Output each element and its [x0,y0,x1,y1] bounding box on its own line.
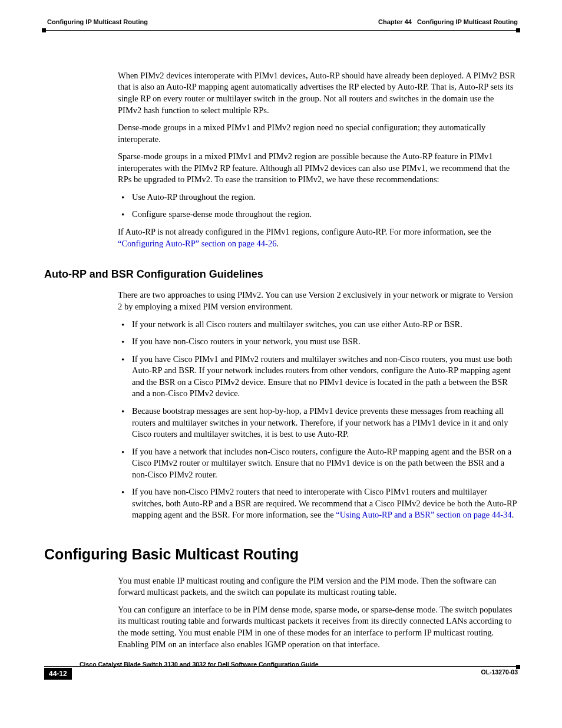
heading-auto-rp-bsr-guidelines: Auto-RP and BSR Configuration Guidelines [44,267,518,281]
paragraph: Dense-mode groups in a mixed PIMv1 and P… [118,122,518,145]
paragraph: You must enable IP multicast routing and… [118,575,518,598]
list-item: Because bootstrap messages are sent hop-… [118,406,518,440]
paragraph: There are two approaches to using PIMv2.… [118,289,518,312]
list-item: Use Auto-RP throughout the region. [118,192,518,203]
paragraph: Sparse-mode groups in a mixed PIMv1 and … [118,151,518,186]
list-item: If you have Cisco PIMv1 and PIMv2 router… [118,354,518,400]
list-item: If your network is all Cisco routers and… [118,319,518,331]
list-item: If you have non-Cisco PIMv2 routers that… [118,486,518,521]
text-run: . [512,510,514,519]
cross-reference-link[interactable]: “Configuring Auto-RP” section on page 44… [118,239,276,248]
footer-guide-title: Cisco Catalyst Blade Switch 3130 and 303… [80,660,319,668]
bullet-list: Use Auto-RP throughout the region. Confi… [118,192,518,220]
heading-configuring-basic-multicast-routing: Configuring Basic Multicast Routing [44,545,518,565]
running-header: Configuring IP Multicast Routing Chapter… [44,18,518,27]
page-number: 44-12 [44,668,72,680]
header-chapter: Chapter 44 Configuring IP Multicast Rout… [378,18,518,27]
chapter-label: Chapter 44 [378,18,412,25]
list-item: If you have a network that includes non-… [118,446,518,481]
page-footer: Cisco Catalyst Blade Switch 3130 and 303… [44,657,518,680]
bullet-list: If your network is all Cisco routers and… [118,319,518,521]
paragraph: You can configure an interface to be in … [118,604,518,650]
rule-endcap-icon [516,665,520,669]
body-content: When PIMv2 devices interoperate with PIM… [118,70,518,249]
text-run: If Auto-RP is not already configured in … [118,227,491,236]
body-content: You must enable IP multicast routing and… [118,575,518,650]
document-number: OL-13270-03 [481,668,518,676]
header-rule [44,30,518,35]
rule-endcap-icon [42,28,46,32]
chapter-title: Configuring IP Multicast Routing [417,18,518,25]
list-item: Configure sparse-dense mode throughout t… [118,209,518,220]
header-section: Configuring IP Multicast Routing [44,18,148,27]
cross-reference-link[interactable]: “Using Auto-RP and a BSR” section on pag… [336,510,511,519]
rule-endcap-icon [516,28,520,32]
page: Configuring IP Multicast Routing Chapter… [0,0,562,691]
paragraph: When PIMv2 devices interoperate with PIM… [118,70,518,116]
body-content: There are two approaches to using PIMv2.… [118,289,518,521]
text-run: . [276,239,279,248]
paragraph: If Auto-RP is not already configured in … [118,226,518,249]
footer-rule [44,666,518,667]
list-item: If you have non-Cisco routers in your ne… [118,336,518,348]
